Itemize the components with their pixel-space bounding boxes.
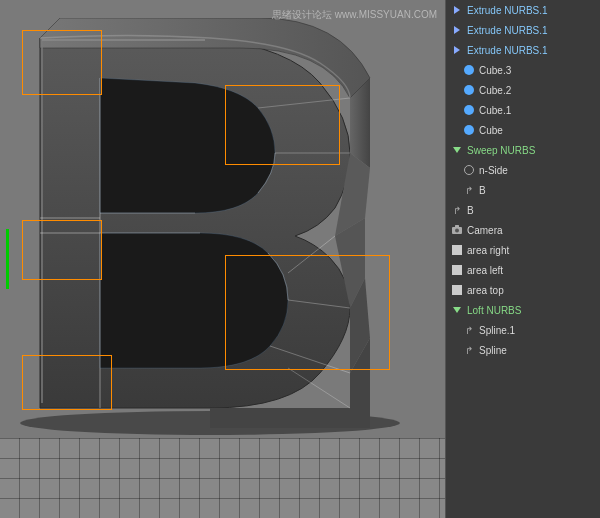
b-child-label: B [479,185,486,196]
area-top-icon [450,283,464,297]
area-right-icon [450,243,464,257]
svg-point-13 [455,229,459,233]
cube-label: Cube [479,125,503,136]
panel-item-loft[interactable]: Loft NURBS [446,300,600,320]
main-container: 思绪设计论坛 www.MISSYUAN.COM [0,0,600,518]
panel-item-area-left[interactable]: area left [446,260,600,280]
area-right-label: area right [467,245,509,256]
spline-icon: ↱ [462,343,476,357]
panel-item-extrude1[interactable]: Extrude NURBS.1 [446,0,600,20]
spline-label: Spline [479,345,507,356]
cube2-label: Cube.2 [479,85,511,96]
cube2-icon [462,83,476,97]
loft-label: Loft NURBS [467,305,521,316]
viewport[interactable]: 思绪设计论坛 www.MISSYUAN.COM [0,0,445,518]
nside-icon [462,163,476,177]
sweep-expand-icon [450,143,464,157]
extrude3-label: Extrude NURBS.1 [467,45,548,56]
loft-expand-icon [450,303,464,317]
watermark: 思绪设计论坛 www.MISSYUAN.COM [272,8,437,22]
extrude-icon-2 [450,23,464,37]
camera-icon [450,223,464,237]
panel-item-nside[interactable]: n-Side [446,160,600,180]
selection-box-4 [225,255,390,370]
area-left-icon [450,263,464,277]
panel-item-spline1[interactable]: ↱ Spline.1 [446,320,600,340]
selection-box-5 [22,355,112,410]
extrude-icon-3 [450,43,464,57]
panel-item-extrude3[interactable]: Extrude NURBS.1 [446,40,600,60]
panel-item-cube[interactable]: Cube [446,120,600,140]
panel-item-spline[interactable]: ↱ Spline [446,340,600,360]
panel-item-cube1[interactable]: Cube.1 [446,100,600,120]
grid-floor [0,438,445,518]
axis-y-indicator [6,229,9,289]
extrude2-label: Extrude NURBS.1 [467,25,548,36]
camera-label: Camera [467,225,503,236]
cube3-icon [462,63,476,77]
b-label: B [467,205,474,216]
cube3-label: Cube.3 [479,65,511,76]
right-panel: Extrude NURBS.1 Extrude NURBS.1 Extrude … [445,0,600,518]
sweep-label: Sweep NURBS [467,145,535,156]
selection-box-1 [22,30,102,95]
panel-item-b-child[interactable]: ↱ B [446,180,600,200]
cube-icon [462,123,476,137]
panel-item-extrude2[interactable]: Extrude NURBS.1 [446,20,600,40]
extrude1-label: Extrude NURBS.1 [467,5,548,16]
panel-item-camera[interactable]: Camera [446,220,600,240]
cube1-icon [462,103,476,117]
panel-item-cube3[interactable]: Cube.3 [446,60,600,80]
selection-box-2 [22,220,102,280]
panel-item-sweep[interactable]: Sweep NURBS [446,140,600,160]
panel-item-area-top[interactable]: area top [446,280,600,300]
extrude-icon-1 [450,3,464,17]
area-left-label: area left [467,265,503,276]
b-child-icon: ↱ [462,183,476,197]
b-icon: ↱ [450,203,464,217]
spline1-icon: ↱ [462,323,476,337]
panel-item-b[interactable]: ↱ B [446,200,600,220]
panel-item-cube2[interactable]: Cube.2 [446,80,600,100]
spline1-label: Spline.1 [479,325,515,336]
area-top-label: area top [467,285,504,296]
cube1-label: Cube.1 [479,105,511,116]
panel-item-area-right[interactable]: area right [446,240,600,260]
svg-rect-14 [455,225,459,228]
nside-label: n-Side [479,165,508,176]
selection-box-3 [225,85,340,165]
